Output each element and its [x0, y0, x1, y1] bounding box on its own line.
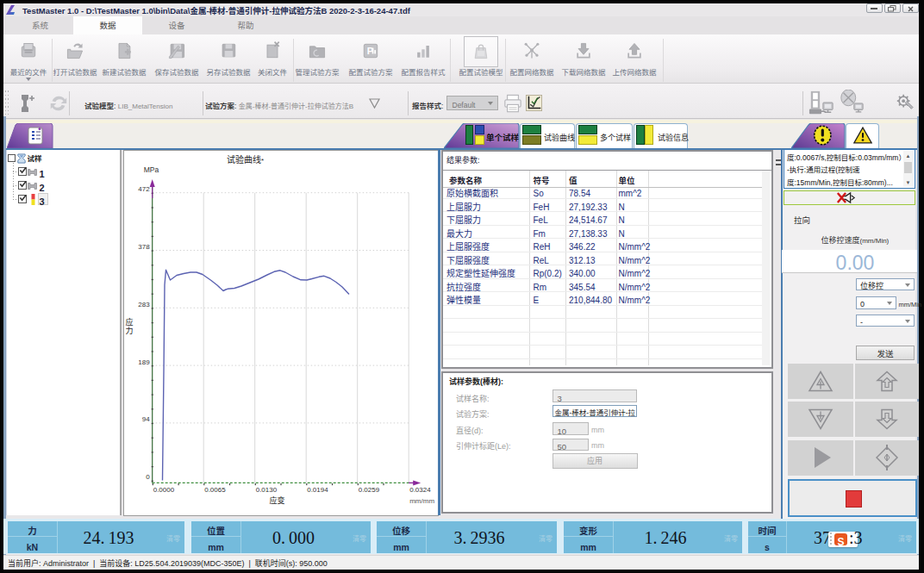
svg-text:应变: 应变 [270, 494, 285, 505]
svg-text:0.0324: 0.0324 [409, 486, 431, 494]
svg-text:0: 0 [146, 473, 150, 481]
svg-text:0.0194: 0.0194 [307, 486, 328, 494]
svg-text:mm/mm: mm/mm [409, 496, 434, 504]
svg-text:0.0000: 0.0000 [153, 486, 175, 494]
svg-text:试验曲线*: 试验曲线* [227, 153, 264, 165]
svg-text:189: 189 [138, 358, 150, 365]
svg-text:0.0259: 0.0259 [359, 486, 380, 494]
svg-text:力: 力 [126, 325, 134, 336]
svg-text:472: 472 [138, 185, 150, 193]
svg-text:283: 283 [138, 300, 150, 308]
svg-text:94: 94 [142, 415, 150, 423]
svg-text:0.0130: 0.0130 [256, 486, 278, 494]
svg-text:MPa: MPa [144, 165, 159, 174]
svg-text:378: 378 [138, 243, 150, 251]
svg-text:0.0065: 0.0065 [204, 486, 226, 494]
